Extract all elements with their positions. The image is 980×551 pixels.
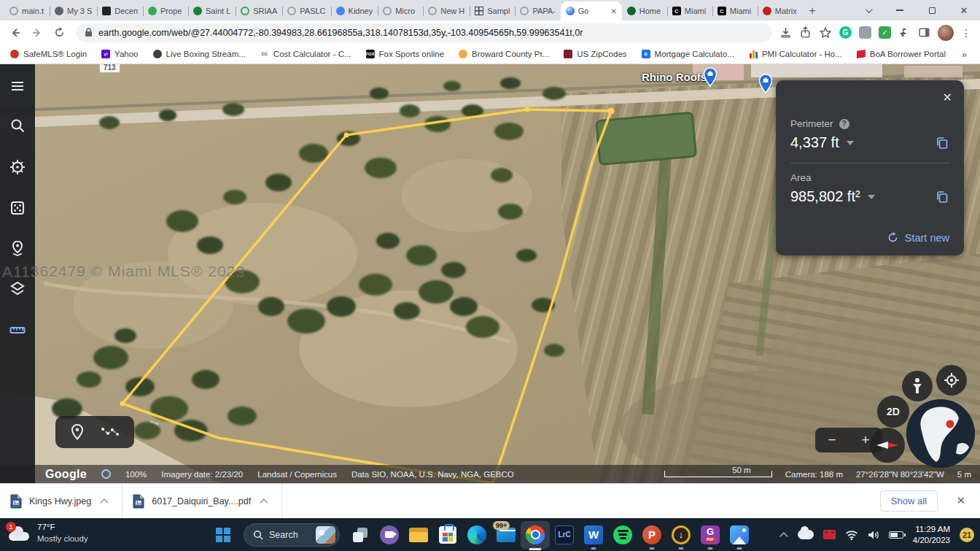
browser-tab[interactable]: PAPA- ✕	[515, 1, 560, 20]
panel-close-icon[interactable]: ✕	[943, 90, 952, 104]
new-tab-button[interactable]: +	[803, 1, 822, 20]
bookmark-item[interactable]: Live Boxing Stream...	[153, 50, 246, 58]
feeling-lucky-dice-icon[interactable]	[9, 199, 26, 217]
search-icon[interactable]	[9, 117, 26, 134]
bookmark-star-icon[interactable]	[819, 26, 832, 39]
address-bar[interactable]: earth.google.com/web/@27.44004772,-80.39…	[76, 23, 772, 42]
downloader-button[interactable]: ↓	[666, 518, 696, 551]
help-icon[interactable]: ?	[839, 119, 849, 129]
close-button[interactable]: ✕	[948, 0, 980, 20]
browser-tab[interactable]: Saint L ✕	[188, 1, 236, 20]
my-location-button[interactable]	[936, 365, 967, 396]
browser-tab[interactable]: SRIAA ✕	[236, 1, 282, 20]
bookmarks-overflow-icon[interactable]: »	[962, 49, 970, 60]
start-button[interactable]	[209, 518, 238, 551]
browser-tab[interactable]: Go ✕	[561, 1, 622, 20]
bookmark-item[interactable]: BoA Borrower Portal	[857, 50, 946, 58]
pdf-app-button[interactable]: GPDF	[696, 518, 725, 551]
extension-icon[interactable]	[859, 26, 871, 39]
browser-tab[interactable]: Decen ✕	[97, 1, 143, 20]
powerpoint-button[interactable]: P	[637, 518, 666, 551]
forward-button[interactable]	[28, 23, 47, 42]
bing-daily-image[interactable]	[316, 526, 335, 544]
browser-tab[interactable]: C Miami ✕	[712, 1, 758, 20]
measure-ruler-icon[interactable]	[9, 321, 26, 339]
bookmark-item[interactable]: SafeMLS® Login	[10, 50, 87, 58]
bookmark-item[interactable]: Broward County Pr...	[459, 50, 549, 58]
bookmark-item[interactable]: B Mortgage Calculato...	[642, 50, 734, 58]
tab-search-icon[interactable]	[852, 0, 884, 20]
download-menu-icon[interactable]	[260, 498, 268, 506]
tray-clock[interactable]: 11:29 AM 4/20/2023	[913, 524, 950, 546]
browser-tab[interactable]: Micro ✕	[378, 1, 423, 20]
2d-mode-button[interactable]: 2D	[877, 396, 909, 428]
business-pin-icon[interactable]	[758, 74, 773, 93]
download-item[interactable]: 6017_Daiquiri_Bay....pdf	[122, 484, 281, 518]
grammarly-extension-icon[interactable]: G	[839, 26, 852, 39]
recorder-tray-icon[interactable]	[823, 530, 836, 539]
voyager-icon[interactable]	[9, 158, 26, 176]
start-new-button[interactable]: Start new	[887, 231, 949, 244]
bookmark-item[interactable]: PMI Calculator - Ho...	[749, 50, 842, 58]
tray-overflow-icon[interactable]	[779, 532, 788, 540]
download-page-icon[interactable]	[779, 26, 792, 39]
mail-button[interactable]: 99+	[491, 518, 521, 551]
bookmark-item[interactable]: y! Yahoo	[101, 50, 138, 58]
file-explorer-button[interactable]	[404, 518, 433, 551]
browser-tab[interactable]: Kidney ✕	[331, 1, 378, 20]
download-item[interactable]: Kings Hwy.jpeg	[0, 484, 122, 518]
browser-tab[interactable]: Sampl ✕	[470, 1, 515, 20]
business-pin-icon[interactable]	[703, 67, 718, 87]
wifi-icon[interactable]	[845, 530, 858, 540]
projects-pin-icon[interactable]	[9, 239, 26, 257]
edge-button[interactable]	[462, 518, 491, 551]
browser-tab[interactable]: main.t ✕	[4, 1, 50, 20]
copy-icon[interactable]	[935, 190, 949, 204]
share-icon[interactable]	[799, 26, 812, 39]
spotify-button[interactable]	[608, 518, 637, 551]
word-button[interactable]: W	[579, 518, 608, 551]
bookmark-item[interactable]: US ZipCodes	[564, 50, 626, 58]
bookmark-item[interactable]: FOX Fox Sports online	[366, 50, 445, 58]
menu-icon[interactable]	[9, 77, 26, 95]
compass-button[interactable]	[870, 428, 905, 463]
browser-tab[interactable]: C Miami ✕	[667, 1, 712, 20]
map-style-layers-icon[interactable]	[9, 280, 26, 298]
browser-tab[interactable]: Home ✕	[622, 1, 667, 20]
add-placemark-icon[interactable]	[70, 423, 85, 441]
browser-tab[interactable]: Prope ✕	[143, 1, 188, 20]
minimize-button[interactable]	[884, 0, 916, 20]
volume-icon[interactable]	[868, 530, 879, 540]
lightroom-button[interactable]: LrC	[550, 518, 579, 551]
draw-path-icon[interactable]	[101, 425, 120, 439]
task-view-button[interactable]	[346, 518, 375, 551]
show-all-downloads-button[interactable]: Show all	[880, 490, 938, 512]
extensions-puzzle-icon[interactable]	[898, 26, 911, 39]
chat-button[interactable]	[375, 518, 404, 551]
place-label[interactable]: Rhino Roofs	[642, 71, 707, 83]
browser-menu-icon[interactable]: ⋮	[961, 27, 971, 39]
side-panel-icon[interactable]	[918, 26, 930, 39]
notification-count-badge[interactable]: 21	[960, 528, 974, 542]
weather-widget[interactable]: 1 77°F Mostly cloudy	[7, 522, 88, 544]
checkmark-extension-icon[interactable]: ✓	[879, 26, 891, 39]
browser-tab[interactable]: Matrix ✕	[758, 1, 803, 20]
tab-close-icon[interactable]: ✕	[610, 7, 616, 15]
globe-overview-button[interactable]	[906, 399, 975, 468]
battery-icon[interactable]	[889, 531, 903, 539]
back-button[interactable]	[6, 23, 25, 42]
unit-dropdown-icon[interactable]	[847, 141, 854, 145]
browser-tab[interactable]: New H ✕	[423, 1, 470, 20]
earth-map-viewport[interactable]: A11362479 © Miami MLS® 2023 713 Rhino Ro…	[0, 64, 980, 483]
copy-icon[interactable]	[935, 136, 949, 150]
onedrive-icon[interactable]	[798, 530, 814, 539]
browser-tab[interactable]: PASLC ✕	[282, 1, 330, 20]
unit-dropdown-icon[interactable]	[868, 195, 875, 199]
reload-button[interactable]	[50, 23, 69, 42]
taskbar-search-box[interactable]: Search	[244, 523, 340, 547]
pegman-streetview-button[interactable]	[902, 371, 933, 401]
profile-avatar[interactable]	[938, 25, 954, 41]
download-menu-icon[interactable]	[100, 498, 108, 506]
bookmark-item[interactable]: CC Cost Calculator - C...	[260, 50, 351, 58]
browser-tab[interactable]: My 3 S ✕	[50, 1, 97, 20]
